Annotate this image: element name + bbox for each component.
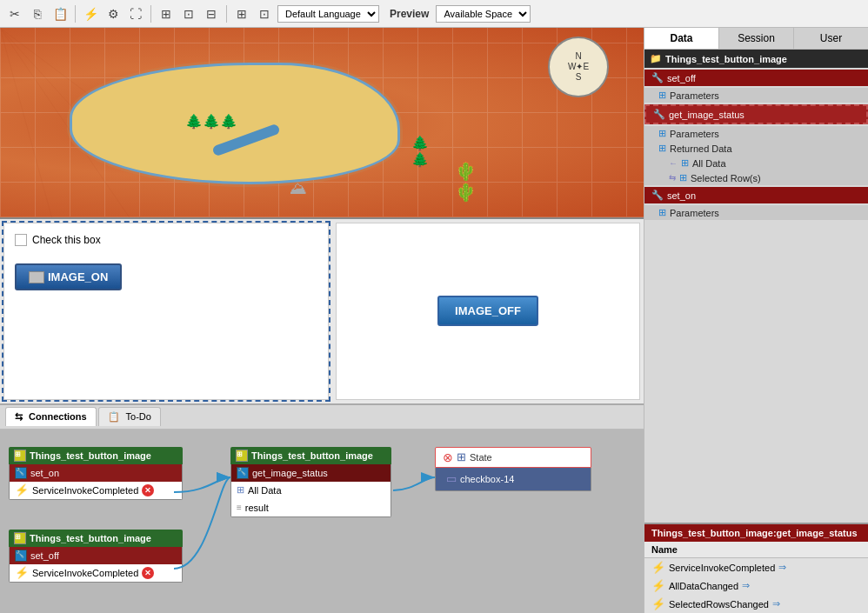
service-icon-1: 🔧	[15, 467, 27, 479]
compass-rose: NW✦ES	[548, 37, 609, 97]
tree-panel: 📁 Things_test_button_image 🔧 set_off ⊞ P…	[644, 50, 868, 523]
table-icon-3: ⊞	[236, 450, 248, 462]
toolbar-icon-4[interactable]: ⚡	[81, 4, 100, 23]
center-panel: 🌲🌲🌲 🌲🌲 🌵 🌵 ⛰ NW✦ES Check this box	[0, 28, 644, 613]
event-arrow-blue-1: ⇒	[778, 562, 786, 573]
bottom-col-header: Name	[644, 542, 868, 558]
toolbar-icon-6[interactable]: ⛶	[126, 4, 145, 23]
lightning-icon-1: ⚡	[15, 483, 29, 496]
service-icon-set-off: 🔧	[651, 72, 664, 83]
tabs-area: ⇆ Connections 📋 To-Do	[0, 405, 644, 430]
bottom-row-2: ⚡ AllDataChanged ⇒	[644, 576, 868, 595]
tree-item-set-on[interactable]: 🔧 set_on	[644, 187, 868, 203]
checkbox-input[interactable]	[15, 234, 27, 246]
lightning-icon-2: ⚡	[15, 566, 29, 579]
param-icon-6: ⊞	[658, 207, 666, 218]
flow-node-2-header: ⊞ Things_test_button_image	[9, 530, 183, 547]
event-arrow-3: ⚡	[651, 597, 665, 610]
tree-sub-get-params[interactable]: ⊞ Parameters	[644, 126, 868, 141]
flow-row-alldata: ⊞ All Data	[231, 482, 391, 499]
btn-image-off-label: IMAGE_OFF	[455, 304, 521, 317]
tree-sub-selected-rows[interactable]: ⇆ ⊞ Selected Row(s)	[644, 170, 868, 185]
flow-node-1-body: 🔧 set_on ⚡ ServiceInvokeCompleted ✕	[9, 464, 183, 500]
db-icon-1: ⊞	[237, 484, 244, 496]
tree-sub-returned-data[interactable]: ⊞ Returned Data	[644, 141, 868, 156]
toolbar-icon-1[interactable]: ✂	[5, 4, 24, 23]
map-area: 🌲🌲🌲 🌲🌲 🌵 🌵 ⛰ NW✦ES	[0, 28, 644, 219]
arrow-back-icon: ←	[669, 158, 678, 168]
btn-image-off[interactable]: IMAGE_OFF	[437, 296, 538, 326]
language-select[interactable]: Default Language	[277, 5, 379, 23]
toolbar-icon-5[interactable]: ⚙	[103, 4, 123, 23]
toolbar-icon-10[interactable]: ⊞	[232, 4, 251, 23]
tab-data[interactable]: Data	[644, 28, 719, 49]
db-icon-state: ⊞	[457, 450, 466, 463]
flow-area: ⊞ Things_test_button_image 🔧 set_on ⚡ Se…	[0, 430, 644, 614]
main-layout: 🌲🌲🌲 🌲🌲 🌵 🌵 ⛰ NW✦ES Check this box	[0, 28, 868, 613]
bottom-right-panel: Things_test_button_image:get_image_statu…	[644, 523, 868, 613]
tree-sub-all-data[interactable]: ← ⊞ All Data	[644, 156, 868, 170]
flow-row-checkbox: ▭ checkbox-14	[441, 470, 585, 488]
service-icon-2: 🔧	[15, 550, 27, 562]
service-icon-3: 🔧	[237, 467, 249, 479]
canvas-panel-left[interactable]: Check this box IMAGE_ON	[3, 223, 329, 400]
btn-image-on-icon	[29, 271, 44, 283]
right-tabs: Data Session User	[644, 28, 868, 50]
flow-node-4[interactable]: ⊗ ⊞ State ▭ checkbox-14	[435, 447, 591, 491]
right-panel: Data Session User 📁 Things_test_button_i…	[644, 28, 868, 613]
tab-session[interactable]: Session	[719, 28, 794, 49]
service-icon-get-image: 🔧	[653, 109, 665, 120]
toolbar-icon-2[interactable]: ⎘	[28, 4, 47, 23]
flow-node-3[interactable]: ⊞ Things_test_button_image 🔧 get_image_s…	[230, 447, 391, 517]
canvas-area: Check this box IMAGE_ON IMAGE_OFF	[0, 219, 644, 405]
flow-node-1-header: ⊞ Things_test_button_image	[9, 447, 183, 464]
flow-node-2[interactable]: ⊞ Things_test_button_image 🔧 set_off ⚡ S…	[9, 530, 183, 583]
param-icon-5: ⊞	[679, 172, 687, 183]
bottom-row-1: ⚡ ServiceInvokeCompleted ⇒	[644, 558, 868, 576]
preview-select[interactable]: Available Space	[436, 5, 531, 23]
table-icon-1: ⊞	[14, 450, 26, 462]
toolbar-icon-3[interactable]: 📋	[50, 4, 70, 23]
toolbar: ✂ ⎘ 📋 ⚡ ⚙ ⛶ ⊞ ⊡ ⊟ ⊞ ⊡ Default Language P…	[0, 0, 868, 28]
flow-row-get-image: 🔧 get_image_status	[231, 464, 391, 482]
tree-sub-set-on-params[interactable]: ⊞ Parameters	[644, 205, 868, 220]
map-cactus: 🌵 🌵	[455, 161, 477, 203]
btn-image-on[interactable]: IMAGE_ON	[15, 263, 122, 290]
todo-icon: 📋	[108, 411, 120, 422]
map-background: 🌲🌲🌲 🌲🌲 🌵 🌵 ⛰ NW✦ES	[0, 28, 644, 217]
map-trees2: 🌲🌲	[411, 135, 429, 168]
result-icon: ≡	[237, 503, 242, 512]
service-icon-set-on: 🔧	[651, 190, 664, 201]
toolbar-icon-11[interactable]: ⊡	[255, 4, 274, 23]
flow-node-3-body: 🔧 get_image_status ⊞ All Data ≡ result	[230, 464, 391, 517]
map-trees: 🌲🌲🌲	[185, 113, 237, 130]
tree-sub-set-off-params[interactable]: ⊞ Parameters	[644, 88, 868, 103]
event-arrow-blue-2: ⇒	[742, 580, 750, 591]
set-on-label: set_on	[667, 190, 696, 201]
toolbar-icon-7[interactable]: ⊞	[157, 4, 176, 23]
toolbar-icon-9[interactable]: ⊟	[202, 4, 221, 23]
checkbox-row: Check this box	[15, 234, 101, 246]
toolbar-sep-1	[75, 5, 76, 23]
btn-image-on-label: IMAGE_ON	[48, 270, 108, 283]
tree-item-get-image[interactable]: 🔧 get_image_status	[644, 104, 868, 124]
toolbar-sep-3	[226, 5, 227, 23]
toolbar-icon-8[interactable]: ⊡	[179, 4, 198, 23]
tab-user[interactable]: User	[794, 28, 868, 49]
tab-connections[interactable]: ⇆ Connections	[5, 407, 97, 426]
map-mountain: ⛰	[290, 178, 307, 198]
error-circle-icon: ⊗	[443, 450, 453, 464]
flow-row-service-invoke-2: ⚡ ServiceInvokeCompleted ✕	[10, 564, 182, 582]
tree-root: 📁 Things_test_button_image	[644, 50, 868, 68]
arrows-exchange-icon: ⇆	[669, 173, 676, 183]
error-badge-2: ✕	[142, 567, 154, 579]
tree-item-set-off[interactable]: 🔧 set_off	[644, 70, 868, 86]
flow-node-2-body: 🔧 set_off ⚡ ServiceInvokeCompleted ✕	[9, 547, 183, 583]
flow-row-result: ≡ result	[231, 499, 391, 516]
flow-node-4-body: ▭ checkbox-14	[435, 468, 591, 491]
bottom-right-header: Things_test_button_image:get_image_statu…	[644, 524, 868, 542]
flow-node-1[interactable]: ⊞ Things_test_button_image 🔧 set_on ⚡ Se…	[9, 447, 183, 500]
canvas-panel-right[interactable]: IMAGE_OFF	[336, 223, 640, 400]
map-island: 🌲🌲🌲 🌲🌲 🌵 🌵 ⛰	[70, 63, 400, 184]
tab-todo[interactable]: 📋 To-Do	[98, 407, 161, 426]
